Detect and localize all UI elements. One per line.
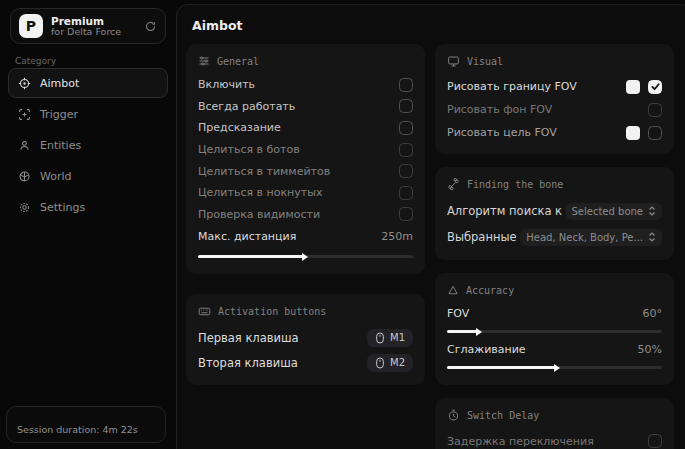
bone-icon: [447, 178, 460, 191]
sidebar-item-aimbot[interactable]: Aimbot: [8, 68, 168, 98]
general-card: General Включить Всегда работать Предска…: [186, 44, 425, 274]
slider-thumb[interactable]: [302, 253, 308, 261]
checkbox-enable[interactable]: [399, 78, 413, 92]
mouse-icon: [375, 357, 385, 369]
checkbox-target-knocked[interactable]: [399, 186, 413, 200]
checkbox-switch-delay[interactable]: [648, 434, 662, 448]
visual-row-fov-background: Рисовать фон FOV: [447, 98, 662, 121]
unfold-icon: [648, 232, 656, 242]
color-swatch[interactable]: [626, 80, 640, 94]
checkbox-target-bots[interactable]: [399, 143, 413, 157]
bones-header-label: Finding the bone: [467, 179, 563, 190]
toggle-label: Всегда работать: [198, 100, 295, 113]
checkbox-always-work[interactable]: [399, 99, 413, 113]
color-swatch[interactable]: [626, 126, 640, 140]
slider-thumb[interactable]: [554, 364, 560, 372]
switch-delay-header-label: Switch Delay: [467, 410, 539, 421]
keybind-label: Вторая клавиша: [198, 356, 298, 370]
toggle-row-target-knocked: Целиться в нокнутых: [198, 182, 413, 204]
bone-algorithm-select[interactable]: Selected bone: [566, 203, 662, 220]
general-header: General: [198, 55, 413, 67]
switch-delay-toggle-row: Задержка переключения: [447, 429, 662, 449]
toggle-label: Целиться в ботов: [198, 143, 300, 156]
checkbox-visibility-check[interactable]: [399, 207, 413, 221]
accuracy-card: Accuracy FOV 60° Сглаживание 50%: [435, 273, 674, 385]
main-panel: Aimbot General Включить Всегда: [176, 4, 685, 449]
license-subtitle: for Delta Force: [51, 27, 136, 38]
selected-bones-row: Выбранные кос Head, Neck, Body, Pe...: [447, 224, 662, 250]
smoothing-row: Сглаживание 50%: [447, 339, 662, 359]
category-label: Category: [15, 56, 56, 66]
keybind-button-m1[interactable]: M1: [367, 329, 413, 347]
toggle-label: Целиться в тиммейтов: [198, 165, 330, 178]
checkbox-prediction[interactable]: [399, 121, 413, 135]
fov-label: FOV: [447, 307, 469, 320]
toggle-label: Включить: [198, 78, 255, 91]
keybind-label: Первая клавиша: [198, 331, 299, 345]
sidebar: P Premium for Delta Force Category Aimbo…: [0, 0, 176, 449]
mouse-icon: [375, 332, 385, 344]
visual-row-fov-border: Рисовать границу FOV: [447, 75, 662, 98]
globe-icon: [18, 170, 31, 183]
checkbox-fov-target[interactable]: [648, 126, 662, 140]
sidebar-item-entities[interactable]: Entities: [8, 130, 168, 160]
max-distance-label: Макс. дистанция: [198, 230, 296, 243]
fov-row: FOV 60°: [447, 303, 662, 323]
toggle-label: Целиться в нокнутых: [198, 186, 322, 199]
sidebar-item-world[interactable]: World: [8, 161, 168, 191]
triangle-icon: [447, 284, 459, 296]
visual-row-fov-target: Рисовать цель FOV: [447, 121, 662, 144]
gear-icon: [18, 201, 31, 214]
accuracy-header: Accuracy: [447, 284, 662, 296]
toggle-label: Предсказание: [198, 121, 281, 134]
page-title: Aimbot: [177, 5, 685, 33]
checkbox-target-teammates[interactable]: [399, 164, 413, 178]
keybind-value: M2: [390, 357, 405, 368]
selected-bones-label: Выбранные кос: [447, 230, 516, 244]
fov-slider[interactable]: [447, 330, 662, 333]
sidebar-item-label: Aimbot: [40, 77, 79, 90]
switch-delay-toggle-label: Задержка переключения: [447, 435, 594, 448]
toggle-row-target-bots: Целиться в ботов: [198, 139, 413, 161]
sidebar-item-settings[interactable]: Settings: [8, 192, 168, 222]
sidebar-item-label: Entities: [40, 139, 81, 152]
selected-bones-select[interactable]: Head, Neck, Body, Pe...: [520, 229, 662, 246]
license-title: Premium: [51, 15, 136, 27]
max-distance-slider[interactable]: [198, 255, 413, 258]
refresh-icon[interactable]: [144, 20, 157, 33]
session-duration-box: Session duration: 4m 22s: [6, 406, 166, 443]
keybind-row-second: Вторая клавиша M2: [198, 350, 413, 375]
select-value: Selected bone: [572, 206, 643, 217]
visual-label: Рисовать цель FOV: [447, 126, 557, 139]
unfold-icon: [648, 206, 656, 216]
keyboard-icon: [198, 305, 211, 318]
bones-card: Finding the bone Алгоритм поиска кост Se…: [435, 167, 674, 260]
monitor-icon: [447, 55, 460, 68]
visual-label: Рисовать фон FOV: [447, 103, 552, 116]
crosshair-icon: [18, 77, 31, 90]
visual-label: Рисовать границу FOV: [447, 80, 577, 93]
smoothing-value: 50%: [638, 343, 662, 356]
smoothing-label: Сглаживание: [447, 343, 526, 356]
keybind-button-m2[interactable]: M2: [367, 354, 413, 372]
sidebar-item-trigger[interactable]: Trigger: [8, 99, 168, 129]
max-distance-row: Макс. дистанция 250m: [198, 225, 413, 248]
bones-header: Finding the bone: [447, 178, 662, 191]
checkbox-fov-border[interactable]: [648, 80, 662, 94]
entities-icon: [18, 139, 31, 152]
slider-thumb[interactable]: [476, 328, 482, 336]
smoothing-slider[interactable]: [447, 366, 662, 369]
select-value: Head, Neck, Body, Pe...: [526, 232, 643, 243]
bone-algorithm-label: Алгоритм поиска кост: [447, 204, 562, 218]
bone-algorithm-row: Алгоритм поиска кост Selected bone: [447, 198, 662, 224]
switch-delay-card: Switch Delay Задержка переключения Задер…: [435, 398, 674, 449]
visual-card: Visual Рисовать границу FOV Рисовать фон…: [435, 44, 674, 154]
trigger-icon: [18, 108, 31, 121]
toggle-row-visibility-check: Проверка видимости: [198, 204, 413, 226]
general-header-label: General: [217, 56, 259, 67]
visual-header: Visual: [447, 55, 662, 68]
checkbox-fov-background[interactable]: [648, 103, 662, 117]
toggle-row-enable: Включить: [198, 74, 413, 96]
accuracy-header-label: Accuracy: [466, 285, 514, 296]
sidebar-item-label: Settings: [40, 201, 85, 214]
